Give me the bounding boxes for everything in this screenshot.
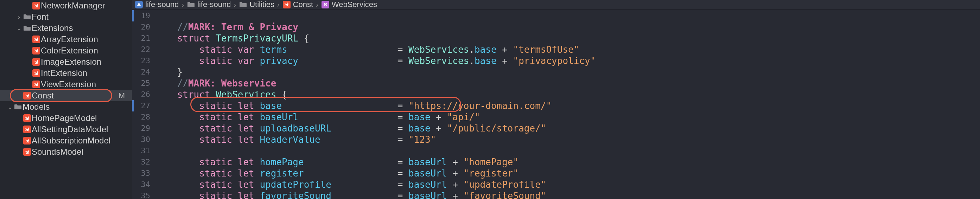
sidebar-item-models[interactable]: ⌄Models bbox=[0, 101, 132, 113]
disclosure-icon[interactable]: ⌄ bbox=[16, 24, 22, 32]
chevron-right-icon: › bbox=[315, 1, 319, 9]
line-number: 21 bbox=[132, 33, 150, 44]
sidebar-item-extensions[interactable]: ⌄Extensions bbox=[0, 22, 132, 34]
line-number: 25 bbox=[132, 78, 150, 89]
sidebar-item-networkmanager[interactable]: NetworkManager bbox=[0, 0, 132, 11]
swift-icon bbox=[22, 92, 32, 100]
line-number: 27 bbox=[132, 100, 150, 111]
code-line[interactable]: static let register = baseUrl + "registe… bbox=[155, 168, 980, 179]
swift-icon bbox=[32, 58, 41, 66]
sidebar-item-label: ColorExtension bbox=[41, 46, 128, 56]
sidebar-item-label: IntExtension bbox=[41, 68, 128, 78]
line-number: 26 bbox=[132, 89, 150, 100]
sidebar-item-imageextension[interactable]: ImageExtension bbox=[0, 56, 132, 67]
sidebar-item-const[interactable]: ConstM bbox=[0, 90, 132, 101]
code-line[interactable]: static let HeaderValue = "123" bbox=[155, 134, 980, 145]
breadcrumb-segment[interactable]: Const bbox=[282, 0, 313, 9]
swift-icon bbox=[32, 35, 41, 43]
breadcrumb-label: life-sound bbox=[197, 0, 231, 9]
line-number: 29 bbox=[132, 123, 150, 134]
app-icon bbox=[135, 0, 143, 9]
sidebar-item-label: AllSettingDataModel bbox=[32, 124, 128, 134]
line-number: 24 bbox=[132, 67, 150, 78]
line-number: 35 bbox=[132, 190, 150, 199]
line-number: 19 bbox=[132, 10, 150, 21]
swift-icon bbox=[22, 126, 32, 133]
breadcrumb-segment[interactable]: Utilities bbox=[239, 0, 274, 9]
sidebar-item-homepagemodel[interactable]: HomePageModel bbox=[0, 113, 132, 124]
sidebar-item-arrayextension[interactable]: ArrayExtension bbox=[0, 34, 132, 45]
breadcrumb-segment[interactable]: life-sound bbox=[135, 0, 179, 9]
sidebar-item-label: ArrayExtension bbox=[41, 35, 128, 44]
line-number: 34 bbox=[132, 179, 150, 190]
chevron-right-icon: › bbox=[277, 1, 280, 9]
line-number: 33 bbox=[132, 168, 150, 179]
line-number: 30 bbox=[132, 134, 150, 145]
line-number: 20 bbox=[132, 21, 150, 33]
breadcrumb[interactable]: life-sound›life-sound›Utilities›Const›SW… bbox=[132, 0, 980, 10]
change-bar bbox=[132, 10, 134, 21]
code-line[interactable]: static let baseUrl = base + "api/" bbox=[155, 111, 980, 123]
sidebar-item-allsettingdatamodel[interactable]: AllSettingDataModel bbox=[0, 124, 132, 135]
line-number: 22 bbox=[132, 44, 150, 55]
sidebar-item-label: ImageExtension bbox=[41, 57, 128, 67]
code-line[interactable]: } bbox=[155, 67, 980, 78]
sidebar-item-soundsmodel[interactable]: SoundsModel bbox=[0, 146, 132, 158]
line-gutter: 192021222324252627282930313233343536 bbox=[132, 10, 155, 199]
breadcrumb-label: life-sound bbox=[145, 0, 179, 9]
sidebar-item-label: NetworkManager bbox=[41, 1, 128, 11]
sidebar-item-allsubscriptionmodel[interactable]: AllSubscriptionModel bbox=[0, 135, 132, 146]
disclosure-icon[interactable]: › bbox=[16, 13, 22, 21]
modified-badge: M bbox=[119, 91, 128, 100]
code-line[interactable] bbox=[155, 145, 980, 156]
code-line[interactable]: //MARK: Term & Privacy bbox=[155, 21, 980, 33]
code-line[interactable]: static let favoriteSound = baseUrl + "fa… bbox=[155, 190, 980, 199]
swift-icon bbox=[22, 114, 32, 122]
swift-icon bbox=[22, 148, 32, 156]
code-line[interactable]: static var privacy = WebServices.base + … bbox=[155, 55, 980, 67]
sidebar-item-label: Extensions bbox=[32, 23, 128, 33]
sidebar-item-colorextension[interactable]: ColorExtension bbox=[0, 45, 132, 56]
code-area[interactable]: 192021222324252627282930313233343536 //M… bbox=[132, 10, 980, 199]
code-line[interactable]: static let base = "https://your-domain.c… bbox=[155, 100, 980, 111]
code-line[interactable]: static let updateProfile = baseUrl + "up… bbox=[155, 179, 980, 190]
disclosure-icon[interactable]: ⌄ bbox=[6, 103, 13, 111]
sidebar-item-label: Models bbox=[22, 102, 128, 112]
code-line[interactable] bbox=[155, 10, 980, 21]
breadcrumb-label: Utilities bbox=[250, 0, 274, 9]
swift-icon bbox=[32, 2, 41, 10]
code-line[interactable]: static let homePage = baseUrl + "homePag… bbox=[155, 156, 980, 168]
folder-icon bbox=[13, 104, 22, 110]
swift-icon bbox=[282, 0, 291, 9]
swift-icon bbox=[32, 47, 41, 54]
editor-pane: life-sound›life-sound›Utilities›Const›SW… bbox=[132, 0, 980, 199]
code-line[interactable]: struct TermsPrivacyURL { bbox=[155, 33, 980, 44]
folder-icon bbox=[187, 0, 195, 9]
sidebar-item-viewextension[interactable]: ViewExtension bbox=[0, 79, 132, 90]
line-number: 32 bbox=[132, 156, 150, 168]
sidebar-item-label: SoundsModel bbox=[32, 147, 128, 157]
sidebar-item-intextension[interactable]: IntExtension bbox=[0, 67, 132, 79]
code-line[interactable]: static let uploadbaseURL = base + "/publ… bbox=[155, 123, 980, 134]
svg-text:S: S bbox=[324, 2, 327, 7]
code-content[interactable]: //MARK: Term & Privacy struct TermsPriva… bbox=[155, 10, 980, 199]
swift-icon bbox=[32, 69, 41, 77]
sidebar-item-font[interactable]: ›Font bbox=[0, 11, 132, 22]
sidebar-item-label: Font bbox=[32, 12, 128, 22]
code-line[interactable]: //MARK: Webservice bbox=[155, 78, 980, 89]
sidebar-item-label: ViewExtension bbox=[41, 80, 128, 89]
folder-icon bbox=[239, 0, 247, 9]
file-navigator[interactable]: NetworkManager›Font⌄ExtensionsArrayExten… bbox=[0, 0, 132, 199]
line-number: 23 bbox=[132, 55, 150, 67]
line-number: 28 bbox=[132, 111, 150, 123]
breadcrumb-segment[interactable]: SWebServices bbox=[321, 0, 377, 9]
struct-icon: S bbox=[321, 0, 329, 9]
sidebar-item-label: Const bbox=[32, 91, 119, 100]
swift-icon bbox=[22, 137, 32, 145]
folder-icon bbox=[22, 25, 32, 31]
swift-icon bbox=[32, 81, 41, 88]
code-line[interactable]: static var terms = WebServices.base + "t… bbox=[155, 44, 980, 55]
sidebar-item-label: AllSubscriptionModel bbox=[32, 136, 128, 146]
breadcrumb-segment[interactable]: life-sound bbox=[187, 0, 231, 9]
code-line[interactable]: struct WebServices { bbox=[155, 89, 980, 100]
